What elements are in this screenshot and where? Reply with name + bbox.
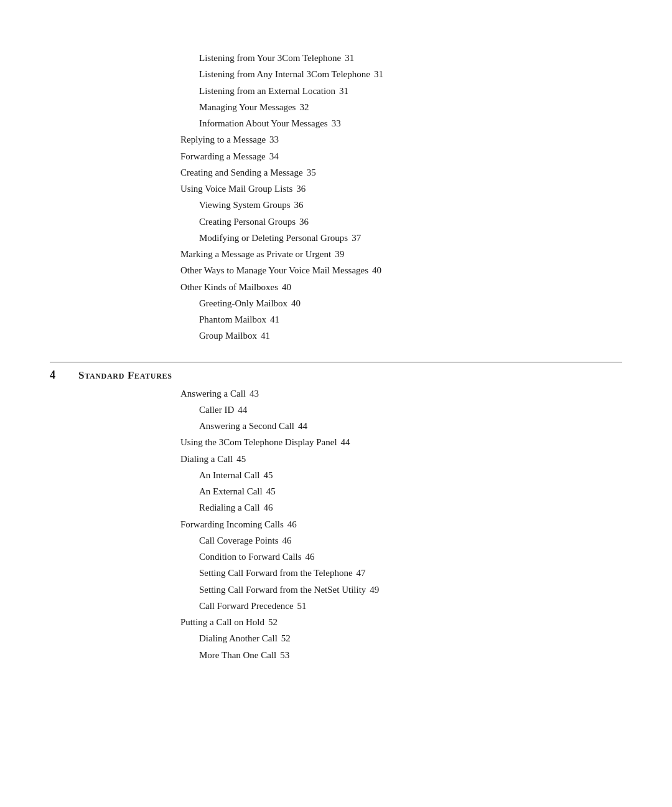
chapter-toc: Answering a Call43Caller ID44Answering a… <box>162 385 622 663</box>
toc-page-num: 45 <box>263 467 273 483</box>
toc-page-num: 40 <box>372 262 381 278</box>
toc-entry: Viewing System Groups36 <box>162 197 622 213</box>
toc-entry: Setting Call Forward from the Telephone4… <box>162 565 622 581</box>
toc-label: Phantom Mailbox <box>199 311 266 328</box>
toc-entry: Answering a Call43 <box>162 385 622 402</box>
toc-page-num: 46 <box>282 532 292 549</box>
toc-page-num: 32 <box>299 99 309 115</box>
toc-page-num: 37 <box>352 230 361 246</box>
toc-root: Listening from Your 3Com Telephone31List… <box>50 50 622 663</box>
toc-entry: Call Coverage Points46 <box>162 532 622 549</box>
toc-page-num: 51 <box>297 598 307 614</box>
toc-entry: Redialing a Call46 <box>162 499 622 516</box>
toc-entry: Call Forward Precedence51 <box>162 598 622 614</box>
toc-entry: Putting a Call on Hold52 <box>162 614 622 630</box>
toc-page-num: 45 <box>236 451 246 467</box>
toc-page-num: 36 <box>294 197 304 213</box>
toc-label: Information About Your Messages <box>199 115 328 131</box>
toc-label: Forwarding a Message <box>180 148 266 164</box>
toc-entry: Creating and Sending a Message35 <box>162 164 622 181</box>
toc-entry: Greeting-Only Mailbox40 <box>162 295 622 311</box>
toc-page-num: 40 <box>291 295 301 311</box>
toc-entry: Group Mailbox41 <box>162 328 622 344</box>
toc-label: Modifying or Deleting Personal Groups <box>199 230 348 246</box>
toc-page-num: 33 <box>332 115 341 131</box>
toc-entry: Setting Call Forward from the NetSet Uti… <box>162 582 622 598</box>
toc-entry: Listening from Your 3Com Telephone31 <box>162 50 622 66</box>
toc-page-num: 46 <box>287 516 297 532</box>
toc-entry: Marking a Message as Private or Urgent39 <box>162 246 622 262</box>
toc-label: Managing Your Messages <box>199 99 296 115</box>
page: Listening from Your 3Com Telephone31List… <box>0 0 672 807</box>
toc-page-num: 47 <box>357 565 366 581</box>
toc-label: Putting a Call on Hold <box>180 614 264 630</box>
toc-page-num: 46 <box>306 549 315 565</box>
toc-entry: Other Ways to Manage Your Voice Mail Mes… <box>162 262 622 278</box>
toc-page-num: 44 <box>341 434 350 450</box>
toc-entry: Phantom Mailbox41 <box>162 311 622 328</box>
toc-label: An External Call <box>199 483 263 499</box>
toc-entry: Listening from an External Location31 <box>162 83 622 99</box>
toc-label: Marking a Message as Private or Urgent <box>180 246 331 262</box>
toc-entry: Answering a Second Call44 <box>162 418 622 434</box>
toc-label: Viewing System Groups <box>199 197 291 213</box>
toc-entry: Replying to a Message33 <box>162 131 622 148</box>
toc-page-num: 39 <box>335 246 344 262</box>
toc-label: Other Ways to Manage Your Voice Mail Mes… <box>180 262 368 278</box>
continuation-toc: Listening from Your 3Com Telephone31List… <box>162 50 622 344</box>
toc-entry: Other Kinds of Mailboxes40 <box>162 279 622 295</box>
toc-entry: Modifying or Deleting Personal Groups37 <box>162 230 622 246</box>
toc-label: Condition to Forward Calls <box>199 549 302 565</box>
toc-entry: Information About Your Messages33 <box>162 115 622 131</box>
toc-entry: Creating Personal Groups36 <box>162 214 622 230</box>
chapter-number: 4 <box>50 369 68 382</box>
chapter-title: Standard Features <box>78 369 172 382</box>
toc-entry: Listening from Any Internal 3Com Telepho… <box>162 66 622 82</box>
toc-page-num: 36 <box>296 181 306 197</box>
toc-page-num: 44 <box>298 418 307 434</box>
toc-page-num: 49 <box>370 582 379 598</box>
toc-label: More Than One Call <box>199 647 276 663</box>
toc-label: Using Voice Mail Group Lists <box>180 181 292 197</box>
toc-entry: An Internal Call45 <box>162 467 622 483</box>
toc-entry: Caller ID44 <box>162 402 622 418</box>
toc-page-num: 41 <box>270 311 279 328</box>
toc-entry: Using the 3Com Telephone Display Panel44 <box>162 434 622 450</box>
toc-label: Dialing a Call <box>180 451 233 467</box>
toc-entry: Dialing a Call45 <box>162 451 622 467</box>
toc-label: Replying to a Message <box>180 131 266 148</box>
toc-label: Caller ID <box>199 402 234 418</box>
toc-label: Call Coverage Points <box>199 532 279 549</box>
toc-label: Other Kinds of Mailboxes <box>180 279 278 295</box>
toc-page-num: 44 <box>238 402 247 418</box>
toc-entry: More Than One Call53 <box>162 647 622 663</box>
toc-page-num: 46 <box>263 499 273 516</box>
toc-page-num: 35 <box>307 164 316 181</box>
toc-page-num: 36 <box>299 214 309 230</box>
toc-label: Greeting-Only Mailbox <box>199 295 287 311</box>
toc-page-num: 34 <box>269 148 279 164</box>
toc-entry: Managing Your Messages32 <box>162 99 622 115</box>
toc-label: Redialing a Call <box>199 499 259 516</box>
toc-label: An Internal Call <box>199 467 259 483</box>
toc-page-num: 52 <box>268 614 278 630</box>
toc-label: Dialing Another Call <box>199 630 278 646</box>
toc-label: Listening from an External Location <box>199 83 335 99</box>
toc-entry: An External Call45 <box>162 483 622 499</box>
toc-page-num: 33 <box>269 131 279 148</box>
toc-label: Forwarding Incoming Calls <box>180 516 284 532</box>
toc-label: Call Forward Precedence <box>199 598 294 614</box>
toc-page-num: 45 <box>266 483 276 499</box>
toc-entry: Condition to Forward Calls46 <box>162 549 622 565</box>
toc-page-num: 41 <box>261 328 270 344</box>
toc-page-num: 53 <box>280 647 289 663</box>
toc-page-num: 31 <box>339 83 348 99</box>
toc-label: Answering a Call <box>180 385 246 402</box>
toc-label: Setting Call Forward from the NetSet Uti… <box>199 582 366 598</box>
toc-page-num: 52 <box>281 630 291 646</box>
toc-label: Creating Personal Groups <box>199 214 296 230</box>
toc-label: Listening from Your 3Com Telephone <box>199 50 341 66</box>
toc-page-num: 43 <box>250 385 259 402</box>
toc-label: Answering a Second Call <box>199 418 294 434</box>
toc-label: Group Mailbox <box>199 328 257 344</box>
